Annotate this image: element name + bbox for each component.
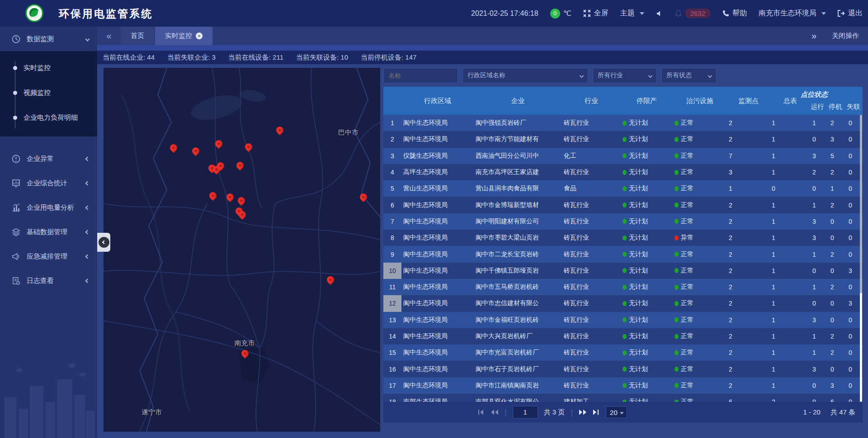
cell-index: 4 [383, 164, 401, 180]
table-row[interactable]: 6 阆中生态环境局 阆中市金博瑞新型墙材 砖瓦行业 无计划 正常 2 1 1 2… [383, 197, 863, 213]
cell-run: 1 [811, 115, 829, 131]
table-row[interactable]: 8 阆中生态环境局 阆中市枣碧大梁山页岩 砖瓦行业 无计划 异常 2 1 3 0… [383, 230, 863, 246]
fullscreen-button[interactable]: 全屏 [583, 9, 609, 18]
status-select[interactable]: 所有状态 [661, 68, 717, 83]
table-row[interactable]: 7 阆中生态环境局 阆中明阳建材有限公司 砖瓦行业 无计划 正常 2 1 3 0… [383, 213, 863, 230]
sidebar-item-realtime-monitor[interactable]: 实时监控 [0, 56, 97, 80]
cell-total: 1 [770, 361, 811, 377]
tab-realtime-monitor[interactable]: 实时监控 ✕ [155, 27, 212, 45]
region-select[interactable]: 行政区域名称 [462, 68, 588, 83]
sidebar-item-data-monitor[interactable]: 数据监测 [0, 27, 97, 51]
cell-plan: 无计划 [621, 361, 673, 377]
next-page-button[interactable] [579, 409, 587, 415]
scrollbar-thumb[interactable] [860, 293, 862, 402]
map[interactable]: 巴中市南充市遂宁市 [104, 68, 380, 432]
table-body: 1 阆中生态环境局 阆中强锐页岩砖厂 砖瓦行业 无计划 正常 2 1 1 2 0… [383, 115, 863, 402]
theme-dropdown[interactable]: 主题 [620, 9, 644, 18]
sidebar-item-logs[interactable]: 日志查看 [0, 268, 97, 293]
notification-count-badge: 2632 [685, 9, 711, 18]
chevron-left-icon [85, 156, 90, 161]
close-operations-button[interactable]: 关闭操作 [832, 32, 859, 40]
sidebar-collapse-button[interactable] [97, 233, 110, 252]
table-row[interactable]: 13 阆中生态环境局 阆中市金福旺页岩机砖 砖瓦行业 无计划 正常 2 1 3 … [383, 312, 863, 328]
stats-bar: 当前在线企业: 44当前失联企业: 3当前在线设备: 211当前失联设备: 10… [97, 51, 868, 64]
monitor-stats-icon [12, 179, 20, 188]
notification-area[interactable]: 2632 [675, 9, 711, 18]
layers-icon [12, 228, 20, 236]
mute-button[interactable] [656, 10, 663, 17]
cell-stop: 3 [829, 131, 847, 147]
cell-run: 1 [811, 197, 829, 213]
sidebar-item-emergency[interactable]: 应急减排管理 [0, 244, 97, 268]
table-row[interactable]: 4 高坪生态环境局 南充市高坪区王家店建 砖瓦行业 无计划 正常 3 1 2 2… [383, 164, 863, 180]
enterprise-panel: 行政区域名称 所有行业 所有状态 行政区域 企业 行业 停限产 治污设施 [383, 68, 863, 432]
sidebar-item-enterprise-abnormal[interactable]: 企业异常 [0, 146, 97, 171]
tabs-scroll-left-button[interactable]: « [97, 27, 121, 45]
org-dropdown[interactable]: 南充市生态环境局 [759, 9, 826, 18]
cell-monitor: 2 [727, 377, 770, 394]
cell-facility: 正常 [673, 328, 727, 344]
sidebar-item-power-analysis[interactable]: 企业用电量分析 [0, 195, 97, 220]
cell-company: 阆中市五马桥页岩机砖 [474, 279, 562, 295]
prev-page-button[interactable] [491, 409, 499, 415]
cell-total: 1 [770, 344, 811, 361]
tab-close-icon[interactable]: ✕ [196, 33, 203, 39]
log-doc-icon [12, 277, 20, 285]
cell-region: 阆中生态环境局 [401, 377, 474, 394]
cell-industry: 砖瓦行业 [562, 115, 621, 131]
temperature-unit: ℃ [563, 9, 571, 18]
table-row[interactable]: 11 阆中生态环境局 阆中市五马桥页岩机砖 砖瓦行业 无计划 正常 2 1 1 … [383, 279, 863, 295]
bullet-dot-icon [13, 91, 17, 95]
chevron-left-icon [85, 278, 90, 283]
chevron-down-icon [85, 37, 90, 41]
cell-region: 南部生态环境局 [401, 394, 474, 402]
page-size-select[interactable]: 20 [606, 406, 627, 418]
page-number-input[interactable] [513, 406, 538, 419]
cell-company: 阆中市忠信建材有限公 [474, 295, 562, 311]
logout-button[interactable]: 退出 [838, 9, 863, 18]
map-city-label: 遂宁市 [142, 408, 162, 416]
table-row[interactable]: 18 南部生态环境局 南部县双化水泥有限公 建材加工 无计划 正常 6 2 0 … [383, 394, 863, 402]
table-row[interactable]: 9 阆中生态环境局 阆中市二龙长宝页岩砖 砖瓦行业 无计划 正常 2 1 1 2… [383, 246, 863, 262]
table-row[interactable]: 10 阆中生态环境局 阆中千佛镇五郎垭页岩 砖瓦行业 无计划 正常 2 1 0 … [383, 263, 863, 279]
cell-stop: 0 [829, 213, 847, 230]
name-input-field[interactable] [388, 72, 453, 79]
sidebar-item-enterprise-stats[interactable]: 企业综合统计 [0, 171, 97, 195]
cell-run: 0 [811, 295, 829, 311]
pager-divider: | [505, 408, 507, 417]
sidebar-item-power-load-detail[interactable]: 企业电力负荷明细 [0, 105, 97, 130]
tab-home[interactable]: 首页 [121, 27, 154, 45]
table-row[interactable]: 16 阆中生态环境局 阆中市石子页岩机砖厂 砖瓦行业 无计划 正常 2 1 3 … [383, 361, 863, 377]
table-row[interactable]: 2 阆中生态环境局 阆中市南方节能建材有 砖瓦行业 无计划 正常 2 1 0 3… [383, 131, 863, 147]
table-row[interactable]: 15 阆中生态环境局 阆中市光富页岩机砖厂 砖瓦行业 无计划 正常 2 1 1 … [383, 344, 863, 361]
sidebar-item-base-data[interactable]: 基础数据管理 [0, 220, 97, 244]
cell-region: 阆中生态环境局 [401, 263, 474, 279]
cell-plan: 无计划 [621, 377, 673, 394]
cell-region: 阆中生态环境局 [401, 246, 474, 262]
cell-index: 10 [383, 263, 401, 279]
table-row[interactable]: 5 营山生态环境局 营山县润丰肉食品有限 食品 无计划 正常 1 0 0 1 0 [383, 180, 863, 197]
name-search-input[interactable] [383, 68, 458, 83]
status-dot-icon [623, 137, 627, 142]
cell-plan: 无计划 [621, 230, 673, 246]
cell-industry: 砖瓦行业 [562, 230, 621, 246]
sidebar: 数据监测 实时监控 视频监控 企业电力负荷明细 企业异常 [0, 27, 97, 438]
table-scrollbar[interactable] [860, 115, 862, 402]
status-dot-icon [675, 235, 679, 240]
cell-run: 3 [811, 148, 829, 164]
table-row[interactable]: 12 阆中生态环境局 阆中市忠信建材有限公 砖瓦行业 无计划 正常 2 1 0 … [383, 295, 863, 311]
first-page-button[interactable] [477, 409, 485, 415]
cell-plan: 无计划 [621, 115, 673, 131]
last-page-button[interactable] [593, 409, 600, 415]
cell-run: 3 [811, 361, 829, 377]
cell-total: 0 [770, 180, 811, 197]
tabs-scroll-right-button[interactable]: » [811, 31, 816, 41]
table-row[interactable]: 3 仪陇生态环境局 西南油气田分公司川中 化工 无计划 正常 7 1 3 5 0 [383, 148, 863, 164]
help-button[interactable]: 帮助 [722, 9, 747, 18]
map-roads-layer [104, 68, 380, 432]
table-row[interactable]: 1 阆中生态环境局 阆中强锐页岩砖厂 砖瓦行业 无计划 正常 2 1 1 2 0 [383, 115, 863, 131]
table-row[interactable]: 14 阆中生态环境局 阆中大兴页岩机砖厂 砖瓦行业 无计划 正常 2 1 1 2… [383, 328, 863, 344]
sidebar-item-video-monitor[interactable]: 视频监控 [0, 80, 97, 105]
table-row[interactable]: 17 阆中生态环境局 阆中市江南镇阆南页岩 砖瓦行业 无计划 正常 2 1 0 … [383, 377, 863, 394]
industry-select[interactable]: 所有行业 [593, 68, 657, 83]
